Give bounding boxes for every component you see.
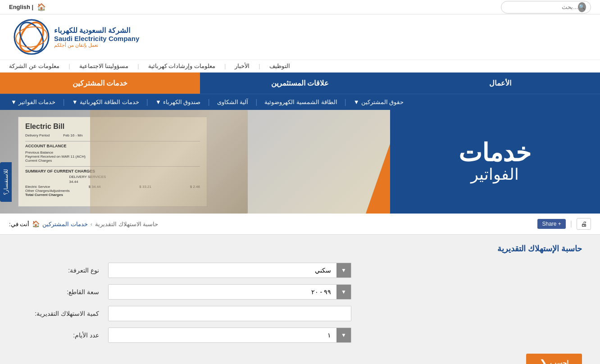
tariff-select-wrapper[interactable]: ▼ سكني تجاري صناعي حكومي زراعي bbox=[108, 263, 351, 278]
home-icon-breadcrumb[interactable]: 🏠 bbox=[32, 220, 40, 228]
chevron-down-icon-2: ▼ bbox=[155, 99, 161, 105]
sub-nav-item-solar[interactable]: الطاقة الشمسية الكهروضوئية bbox=[258, 94, 343, 110]
logo-tagline: نعمل بإتقان من أجلكم bbox=[54, 42, 139, 48]
home-icon-top[interactable]: 🏠 bbox=[37, 3, 46, 11]
submit-row: احسب ❮ bbox=[18, 349, 582, 364]
chevron-down-icon-4: ▼ bbox=[11, 99, 17, 105]
days-label: عدد الأيام: bbox=[18, 332, 108, 339]
days-select-wrapper[interactable]: ▼ ١ ٢ ٣ ٤ ٥ bbox=[108, 328, 351, 343]
hero-banner: Electric Bill Delivery Period Feb 16 - M… bbox=[0, 110, 600, 214]
breadcrumb-separator-2: › bbox=[91, 221, 92, 228]
nav-top-item-employment[interactable]: التوظيف bbox=[269, 63, 290, 69]
nav-top-item-news[interactable]: الأخبار bbox=[235, 63, 250, 69]
days-row: ▼ ١ ٢ ٣ ٤ ٥ عدد الأيام: bbox=[18, 328, 582, 343]
capacity-label: سعة القاطع: bbox=[18, 288, 108, 296]
nav-top: التوظيف | الأخبار | معلومات وإرشادات كهر… bbox=[0, 59, 600, 73]
breadcrumb-subscribers-link[interactable]: خدمات المشتركين bbox=[42, 221, 88, 228]
svg-point-0 bbox=[14, 20, 49, 54]
search-input[interactable] bbox=[506, 4, 578, 10]
days-select[interactable]: ١ ٢ ٣ ٤ ٥ bbox=[109, 328, 336, 342]
tariff-row: ▼ سكني تجاري صناعي حكومي زراعي نوع التعر… bbox=[18, 263, 582, 278]
breadcrumb: حاسبة الاستهلاك التقديرية › خدمات المشتر… bbox=[9, 220, 158, 228]
header: الشركة السعودية للكهرباء Saudi Electrici… bbox=[0, 14, 600, 59]
calculate-label: احسب bbox=[550, 359, 568, 364]
logo-area: الشركة السعودية للكهرباء Saudi Electrici… bbox=[14, 19, 139, 55]
consumption-input[interactable] bbox=[108, 306, 351, 321]
top-bar: 🔍 English | 🏠 bbox=[0, 0, 600, 14]
sub-nav-item-complaints[interactable]: آلية الشكاوى bbox=[211, 94, 255, 110]
days-dropdown-arrow[interactable]: ▼ bbox=[336, 328, 351, 342]
logo-text: الشركة السعودية للكهرباء Saudi Electrici… bbox=[54, 26, 139, 48]
main-nav: الأعمال علاقات المستثمرين خدمات المشتركي… bbox=[0, 73, 600, 94]
nav-top-item-about[interactable]: معلومات عن الشركة bbox=[9, 63, 59, 69]
hero-title-line1: خدمات bbox=[459, 141, 531, 165]
search-icon: 🔍 bbox=[578, 2, 586, 12]
you-are-label: أنت في: bbox=[9, 221, 29, 228]
logo-circle bbox=[14, 19, 50, 55]
hero-title-line2: الفواتير bbox=[471, 165, 519, 183]
language-label[interactable]: English | bbox=[9, 4, 33, 10]
breadcrumb-actions: 🖨 | + Share bbox=[537, 218, 591, 230]
logo-arabic-name: الشركة السعودية للكهرباء bbox=[54, 26, 139, 35]
capacity-select[interactable]: ٩٩ - ٢٠ ١٩ - ١٠ ٩ - ١ bbox=[109, 285, 336, 299]
calculator-form: ▼ سكني تجاري صناعي حكومي زراعي نوع التعر… bbox=[18, 263, 582, 364]
printer-icon: 🖨 bbox=[581, 220, 587, 228]
side-inquiry-tab[interactable]: للاستفسار؟ bbox=[0, 162, 12, 202]
calculate-arrow-icon: ❮ bbox=[540, 358, 546, 364]
capacity-select-wrapper[interactable]: ▼ ٩٩ - ٢٠ ١٩ - ١٠ ٩ - ١ bbox=[108, 284, 351, 300]
hero-bill-background: Electric Bill Delivery Period Feb 16 - M… bbox=[0, 110, 390, 214]
breadcrumb-current: حاسبة الاستهلاك التقديرية bbox=[95, 221, 158, 228]
sub-nav-item-rights[interactable]: حقوق المشتركين ▼ bbox=[347, 94, 410, 110]
print-button[interactable]: 🖨 bbox=[577, 218, 591, 230]
sub-nav-item-bills[interactable]: خدمات الفواتير ▼ bbox=[5, 94, 62, 110]
share-button[interactable]: + Share bbox=[537, 219, 565, 229]
logo-english-name: Saudi Electricity Company bbox=[54, 35, 139, 42]
main-nav-item-subscribers[interactable]: خدمات المشتركين bbox=[0, 73, 200, 94]
sub-nav: حقوق المشتركين ▼ | الطاقة الشمسية الكهرو… bbox=[0, 94, 600, 110]
sub-nav-item-energy-services[interactable]: خدمات الطاقة الكهربائية ▼ bbox=[66, 94, 145, 110]
nav-top-item-social[interactable]: مسؤوليتنا الاجتماعية bbox=[79, 63, 129, 69]
chevron-down-icon-3: ▼ bbox=[72, 99, 78, 105]
page-title: حاسبة الإستهلاك التقديرية bbox=[18, 244, 582, 254]
capacity-row: ▼ ٩٩ - ٢٠ ١٩ - ١٠ ٩ - ١ سعة القاطع: bbox=[18, 284, 582, 300]
consumption-label: كمية الاستهلاك التقديرية: bbox=[18, 310, 108, 317]
top-bar-lang-area: English | 🏠 bbox=[9, 3, 46, 11]
capacity-dropdown-arrow[interactable]: ▼ bbox=[336, 285, 351, 299]
main-content: حاسبة الإستهلاك التقديرية ▼ سكني تجاري ص… bbox=[0, 235, 600, 364]
sub-nav-item-electricity-fund[interactable]: صندوق الكهرباء ▼ bbox=[149, 94, 207, 110]
tariff-label: نوع التعرفة: bbox=[18, 267, 108, 274]
hero-right-panel: خدمات الفواتير bbox=[390, 110, 600, 214]
main-nav-item-investors[interactable]: علاقات المستثمرين bbox=[200, 73, 400, 94]
calculate-button[interactable]: احسب ❮ bbox=[526, 354, 582, 364]
tariff-select[interactable]: سكني تجاري صناعي حكومي زراعي bbox=[109, 263, 336, 278]
main-nav-item-business[interactable]: الأعمال bbox=[400, 73, 600, 94]
consumption-row: كمية الاستهلاك التقديرية: bbox=[18, 306, 582, 321]
breadcrumb-bar: 🖨 | + Share حاسبة الاستهلاك التقديرية › … bbox=[0, 214, 600, 235]
search-bar[interactable]: 🔍 bbox=[501, 1, 591, 14]
nav-top-item-electrical-info[interactable]: معلومات وإرشادات كهربائية bbox=[148, 63, 215, 69]
tariff-dropdown-arrow[interactable]: ▼ bbox=[336, 263, 351, 278]
chevron-down-icon: ▼ bbox=[354, 99, 359, 105]
